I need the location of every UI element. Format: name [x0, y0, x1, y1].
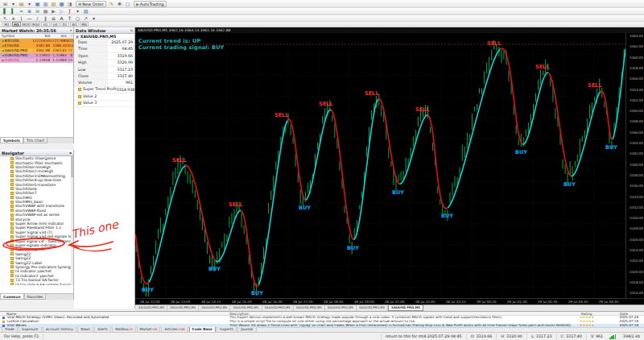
candlestick-icon[interactable]: ▍ — [10, 8, 17, 15]
chart-tab[interactable]: XAUUSD.PRO,M5 — [262, 305, 294, 311]
navigator-tab[interactable]: Common — [0, 294, 24, 300]
timeframe-button[interactable]: MN — [80, 22, 89, 27]
chart-tab[interactable]: XAUUSD.PRO,M5 — [388, 305, 423, 311]
navigator-item[interactable]: t3 trio dots 4 EA update functions — [0, 282, 71, 285]
data-window-indicator-row: Value 3 — [74, 101, 134, 107]
chart-tab[interactable]: XAUUSD.PRO,M5 — [325, 305, 357, 311]
strategy-tester-icon[interactable]: ◨ — [66, 1, 73, 7]
svg-text:SELL: SELL — [415, 106, 429, 113]
symbol-trend-icon: ◆ — [2, 44, 4, 48]
market-watch-tabs: SymbolsTick Chart — [0, 137, 74, 143]
timeframe-button[interactable]: H1 — [41, 22, 50, 27]
help-hint: For Help, press F1 — [0, 334, 43, 340]
market-watch-tab[interactable]: Tick Chart — [23, 138, 47, 143]
timeframe-button[interactable]: M1 — [2, 22, 11, 27]
channel-icon[interactable]: ∥ — [42, 15, 49, 22]
vertical-line-icon[interactable]: | — [18, 15, 25, 22]
market-watch-row[interactable]: ◆EURUSD 1.15958 1.15969 15 — [0, 58, 73, 63]
navigator-item[interactable]: StochFilter3-EMAsmoothing — [0, 174, 71, 178]
timeframe-button[interactable]: M5 — [12, 22, 21, 27]
auto-scroll-icon[interactable]: ▶ — [50, 8, 57, 15]
indicator-icon — [10, 218, 14, 221]
price-tick-label: 3362.00 — [630, 44, 643, 48]
text-icon[interactable]: A — [58, 15, 65, 22]
new-chart-icon[interactable]: ⊞ — [2, 1, 9, 7]
chart-tab[interactable]: XAUUSD.PRO,M5 — [167, 305, 199, 311]
indicator-icon — [10, 214, 14, 217]
navigator-list: Stochastic-Divergence stochastic-filter … — [0, 156, 71, 285]
price-tick-label: 3330.00 — [630, 216, 643, 220]
chart-tab[interactable]: XAUUSD.PRO,M5 — [294, 305, 325, 311]
timeframe-button[interactable]: W1 — [70, 22, 79, 27]
navigator-item[interactable]: Synergy Pro-indicators-Synergy_Pro_ — [0, 265, 71, 269]
svg-text:BUY: BUY — [142, 287, 154, 293]
data-window-row: Close 3317.40 — [74, 73, 134, 80]
chart-tab[interactable]: XAUUSD.PRO,M5 — [136, 305, 167, 311]
chart-shift-icon[interactable]: ▷ — [58, 8, 65, 15]
navigator-item[interactable]: super signal v3f - fixed distance — [0, 238, 71, 243]
navigator-item[interactable]: Super Arrow mml indicator — [0, 222, 71, 226]
navigator-item[interactable]: stochastic-filter stochastic — [0, 160, 71, 164]
autotrading-button[interactable]: ▶ AutoTrading — [134, 1, 167, 7]
navigator-scrollbar[interactable] — [71, 156, 73, 285]
toolbar-standard: ⊞▾▤▾▦▥▧▩◨ ⊞ New Order ✎✱▢ ▶ AutoTrading — [0, 0, 644, 8]
terminal-icon[interactable]: ▩ — [58, 1, 65, 7]
line-chart-icon[interactable]: ≈ — [18, 8, 25, 15]
timeframe-button[interactable]: M30 — [31, 22, 40, 27]
time-tick-label: 28 Jul 15:20 — [232, 300, 252, 304]
cursor-icon[interactable]: ↖ — [2, 15, 9, 22]
market-watch-tab[interactable]: Symbols — [0, 138, 23, 143]
zoom-out-icon[interactable]: ⊖ — [34, 8, 41, 15]
panel-menu-icon[interactable]: ▾ — [70, 27, 72, 34]
time-tick-label: 28 Jul 12:00 — [140, 300, 160, 304]
chart-tab[interactable]: XAUUSD.PRO,M5 — [357, 305, 388, 311]
horizontal-line-icon[interactable]: — — [26, 15, 33, 22]
options-icon[interactable]: ✱ — [116, 1, 123, 7]
chart-tab[interactable]: XAUUSD.PRO,M5 — [199, 305, 230, 311]
navigator-icon[interactable]: ▧ — [50, 1, 57, 7]
profiles-dropdown-icon[interactable]: ▾ — [26, 1, 33, 7]
metaeditor-icon[interactable]: ✎ — [108, 1, 115, 7]
close-icon[interactable]: × — [130, 27, 133, 34]
time-tick-label: 28 Jul 21:00 — [385, 300, 405, 304]
indicator-icon — [10, 196, 14, 199]
zoom-in-icon[interactable]: ⊕ — [26, 8, 33, 15]
fullscreen-icon[interactable]: ▢ — [124, 1, 131, 7]
timeframe-button[interactable]: D1 — [60, 22, 69, 27]
price-tick-label: 3318.00 — [630, 280, 643, 284]
navigator-item[interactable]: Super Passband Filter 1.1 — [0, 226, 71, 230]
fibonacci-icon[interactable]: ≡ — [50, 15, 57, 22]
tile-windows-icon[interactable]: ▦ — [42, 8, 49, 15]
chart-grid — [135, 33, 625, 298]
new-chart-dropdown-icon[interactable]: ▾ — [10, 1, 17, 7]
profiles-icon[interactable]: ▤ — [18, 1, 25, 7]
navigator-item[interactable]: stochVWAP with transitions — [0, 204, 71, 208]
navigator-tab[interactable]: Favorites — [24, 294, 47, 300]
data-window-icon[interactable]: ▥ — [42, 1, 49, 7]
navigator-item[interactable]: Super Signal v3d red signals test — [0, 234, 71, 238]
crosshair-icon[interactable]: + — [10, 15, 17, 22]
data-window-row: High 3320.90 — [74, 60, 134, 66]
timeframe-button[interactable]: H4 — [51, 22, 60, 27]
time-tick-label: 29 Jul 00:20 — [477, 300, 497, 304]
panel-menu-icon[interactable]: ▪ — [69, 150, 72, 156]
label-icon[interactable]: T — [66, 15, 73, 22]
periods-dropdown-icon[interactable]: ▾ — [74, 8, 81, 15]
tools-dropdown-icon[interactable]: ▾ — [90, 15, 97, 22]
price-chart[interactable]: BUYSELLBUYSELLBUYSELLBUYSELLBUYSELLBUYSE… — [135, 33, 625, 298]
svg-text:BUY: BUY — [564, 181, 576, 188]
chart-tab[interactable]: XAUUSD.PRO,M1 — [230, 305, 262, 311]
timeframe-button[interactable]: M15 — [22, 22, 31, 27]
status-segment: L: 3317.23 — [526, 334, 556, 340]
indicators-icon[interactable]: ƒ — [66, 8, 73, 15]
bar-chart-icon[interactable]: ▌ — [2, 8, 9, 15]
shapes-icon[interactable]: ○ — [74, 15, 81, 22]
templates-icon[interactable]: ▨ — [82, 8, 89, 15]
navigator-item[interactable]: StochFilter4-up-dow-lines — [0, 178, 71, 182]
arrow-tool-icon[interactable]: ↗ — [82, 15, 89, 22]
market-watch-icon[interactable]: ▦ — [34, 1, 41, 7]
data-window-header: Data Window × — [74, 27, 134, 34]
trendline-icon[interactable]: ∕ — [34, 15, 41, 22]
new-order-button[interactable]: ⊞ New Order — [76, 1, 106, 7]
autotrading-icon: ▶ — [136, 2, 139, 6]
